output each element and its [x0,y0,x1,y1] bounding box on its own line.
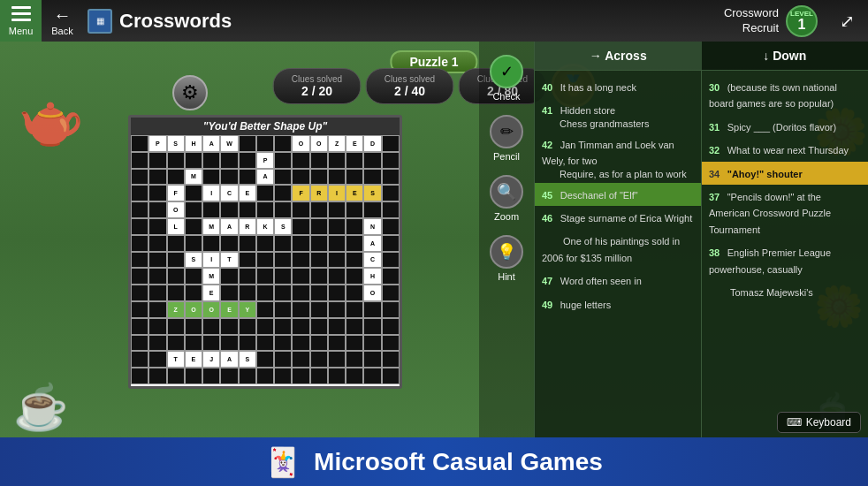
grid-cell[interactable] [220,152,238,169]
grid-cell[interactable] [310,152,328,169]
grid-cell[interactable] [167,252,185,269]
grid-cell[interactable] [310,252,328,269]
grid-cell[interactable] [274,152,292,169]
grid-cell[interactable] [131,235,148,252]
grid-cell[interactable]: R [239,218,256,235]
grid-cell[interactable]: T [220,252,238,269]
grid-cell[interactable] [220,235,238,252]
grid-cell[interactable]: D [363,135,381,152]
grid-cell[interactable]: S [363,185,381,201]
grid-cell[interactable] [363,351,381,368]
down-header[interactable]: ↓ Down [702,42,869,70]
grid-cell[interactable]: E [220,301,238,318]
grid-cell[interactable]: C [363,252,381,269]
grid-cell[interactable] [148,301,166,318]
grid-cell[interactable] [148,185,166,201]
grid-cell[interactable]: E [346,185,363,201]
clue-down-39[interactable]: Tomasz Majewski's [702,280,868,303]
grid-cell[interactable] [148,252,166,269]
grid-cell[interactable] [167,152,185,169]
grid-cell[interactable] [382,252,400,269]
grid-cell[interactable] [167,169,185,186]
grid-cell[interactable] [382,185,400,201]
grid-cell[interactable] [363,368,381,384]
grid-cell[interactable] [148,285,166,301]
grid-cell[interactable] [148,218,166,235]
grid-cell[interactable]: W [220,135,238,152]
grid-cell[interactable] [131,152,148,169]
grid-cell[interactable] [346,201,363,218]
grid-cell[interactable] [167,268,185,285]
grid-cell[interactable] [148,235,166,252]
grid-cell[interactable] [346,152,363,169]
grid-cell[interactable] [292,351,309,368]
grid-cell[interactable] [274,335,292,352]
back-button[interactable]: ← Back [42,0,83,42]
grid-cell[interactable]: Z [328,135,346,152]
grid-cell[interactable]: R [310,185,328,201]
grid-cell[interactable] [328,285,346,301]
grid-cell[interactable]: S [167,135,185,152]
grid-cell[interactable] [346,335,363,352]
grid-cell[interactable] [310,218,328,235]
grid-cell[interactable] [131,268,148,285]
grid-cell[interactable] [239,152,256,169]
grid-cell[interactable] [185,218,202,235]
grid-cell[interactable] [346,252,363,269]
grid-cell[interactable] [382,235,400,252]
grid-cell[interactable] [292,301,309,318]
grid-cell[interactable]: O [363,285,381,301]
grid-cell[interactable] [185,185,202,201]
grid-cell[interactable]: I [202,185,220,201]
grid-cell[interactable] [167,285,185,301]
grid-cell[interactable] [185,201,202,218]
grid-cell[interactable] [382,135,400,152]
grid-cell[interactable]: F [167,185,185,201]
grid-cell[interactable] [274,201,292,218]
grid-cell[interactable]: A [220,218,238,235]
grid-cell[interactable] [239,201,256,218]
grid-cell[interactable]: S [274,218,292,235]
grid-cell[interactable]: I [328,185,346,201]
grid-cell[interactable] [131,185,148,201]
grid-cell[interactable] [220,335,238,352]
grid-cell[interactable]: A [202,135,220,152]
grid-cell[interactable]: H [363,268,381,285]
grid-cell[interactable] [274,318,292,335]
grid-cell[interactable] [310,268,328,285]
grid-cell[interactable] [220,169,238,186]
grid-cell[interactable] [256,135,274,152]
grid-cell[interactable] [363,169,381,186]
grid-cell[interactable] [167,235,185,252]
grid-cell[interactable] [310,301,328,318]
grid-cell[interactable]: P [148,135,166,152]
grid-cell[interactable] [274,368,292,384]
grid-cell[interactable] [131,318,148,335]
menu-button[interactable]: Menu [0,0,42,42]
grid-cell[interactable]: J [202,351,220,368]
grid-cell[interactable] [274,301,292,318]
grid-cell[interactable] [148,318,166,335]
zoom-button[interactable]: 🔍 Zoom [484,171,529,226]
grid-cell[interactable] [310,201,328,218]
grid-cell[interactable] [239,268,256,285]
grid-cell[interactable] [220,201,238,218]
grid-cell[interactable] [382,152,400,169]
grid-cell[interactable] [292,218,309,235]
grid-cell[interactable] [256,301,274,318]
clue-across-41[interactable]: 41 Hidden store Chess grandmasters [535,98,701,132]
grid-cell[interactable] [363,335,381,352]
grid-cell[interactable] [328,252,346,269]
pencil-button[interactable]: ✏ Pencil [484,110,529,166]
grid-cell[interactable] [148,201,166,218]
grid-cell[interactable] [382,268,400,285]
grid-cell[interactable] [131,351,148,368]
grid-cell[interactable] [148,169,166,186]
grid-cell[interactable] [274,285,292,301]
grid-cell[interactable] [328,318,346,335]
grid-cell[interactable] [131,335,148,352]
grid-cell[interactable] [185,368,202,384]
grid-cell[interactable] [274,235,292,252]
clue-down-32[interactable]: 32 What to wear next Thursday [702,138,868,161]
clue-across-42[interactable]: 42 Jan Timman and Loek van Wely, for two… [535,133,701,183]
